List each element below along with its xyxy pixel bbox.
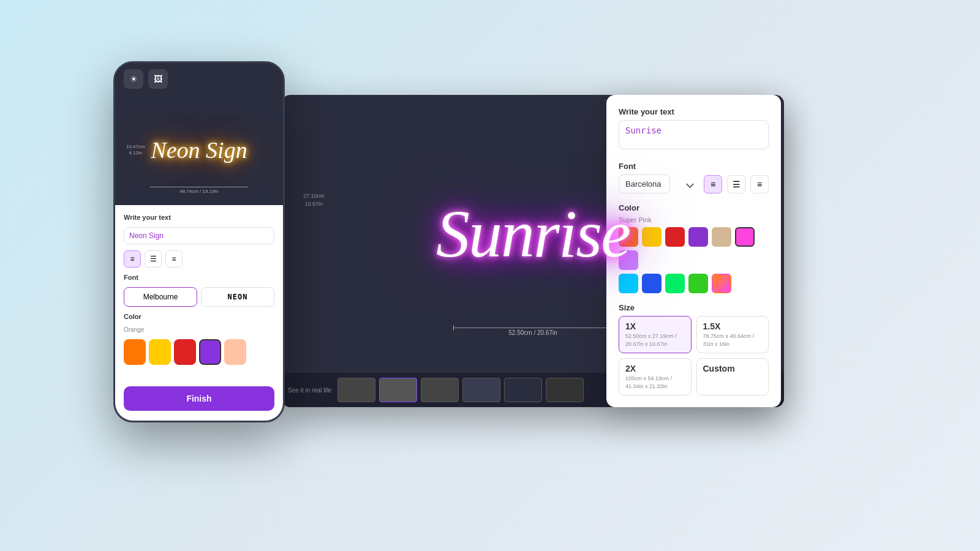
thumbnail-3[interactable] [421,378,459,402]
thumbnail-4[interactable] [462,378,500,402]
canvas-size-label: 27.10cm 10.67in [303,192,325,209]
align-right-btn[interactable]: ≡ [750,175,769,193]
panel-backboard-label: Backboard [619,405,769,407]
phone-font-row: Melbourne NEON [124,287,274,307]
phone-write-text-label: Write your text [124,214,274,221]
color-lime[interactable] [688,274,708,293]
panel-text-input[interactable] [619,120,769,149]
color-yellow[interactable] [642,227,662,247]
size-1x-dims: 52.50cm x 27.19cm / 20.67in x 10.67in [625,332,685,348]
size-2x-dims: 105cm x 54.19cm / 41.34in x 21.33in [625,375,685,390]
phone-font-label: Font [124,274,274,281]
phone-font-melbourne[interactable]: Melbourne [124,287,197,307]
phone-color-row [124,339,274,365]
color-gradient[interactable] [712,274,731,293]
panel-size-label: Size [619,303,769,312]
color-cyan[interactable] [619,274,638,293]
panel-font-label: Font [619,162,769,171]
phone-color-orange[interactable] [124,339,146,365]
size-grid: 1X 52.50cm x 27.19cm / 20.67in x 10.67in… [619,316,769,395]
sun-icon-btn[interactable]: ☀ [124,69,143,89]
color-green[interactable] [665,274,685,293]
font-row: Barcelona Melbourne NEON ≡ ☰ ≡ [619,174,769,193]
size-custom[interactable]: Custom [696,358,769,395]
right-panel: Write your text Font Barcelona Melbourne… [606,95,781,407]
thumbnail-1[interactable] [337,378,375,402]
phone-ruler-v: 10.47cm 4.12in [126,144,145,157]
align-center-btn[interactable]: ☰ [727,175,745,193]
color-red[interactable] [665,227,685,247]
phone-align-right-btn[interactable]: ≡ [165,250,183,268]
phone-text-input[interactable] [124,227,274,244]
phone-form: Write your text ≡ ☰ ≡ Font Melbourne NEO… [115,205,283,380]
phone-align-row: ≡ ☰ ≡ [124,250,274,268]
phone-ruler-h: 48.74cm / 19.19in [150,187,248,194]
phone-color-purple[interactable] [199,339,221,365]
size-1-5x-name: 1.5X [703,321,763,331]
color-tan[interactable] [712,227,731,247]
phone-neon-text: Neon Sign [151,137,247,163]
color-grid-row2 [619,274,769,293]
phone-frame: ☀ 🖼 10.47cm 4.12in Neon Sign 48.74cm / 1… [113,61,285,422]
size-1x[interactable]: 1X 52.50cm x 27.19cm / 20.67in x 10.67in [619,316,692,353]
size-custom-name: Custom [703,364,763,373]
thumbnail-2[interactable] [379,378,417,402]
thumbnail-6[interactable] [546,378,584,402]
phone-color-label: Color [124,313,274,320]
align-left-btn[interactable]: ≡ [704,175,722,193]
font-select-wrapper: Barcelona Melbourne NEON [619,174,699,193]
ruler-label-h: 52.50cm / 20.67in [508,329,557,336]
color-blue[interactable] [642,274,662,293]
size-1-5x-dims: 78.75cm x 40.64cm / 31in x 16in [703,332,763,348]
phone-top-bar: ☀ 🖼 [115,63,283,95]
panel-color-label: Color [619,203,769,212]
phone-color-red[interactable] [174,339,196,365]
size-2x[interactable]: 2X 105cm x 54.19cm / 41.34in x 21.33in [619,358,692,395]
thumbnail-5[interactable] [504,378,542,402]
phone-font-neon[interactable]: NEON [201,287,274,307]
font-select[interactable]: Barcelona Melbourne NEON [619,174,670,193]
phone-color-yellow[interactable] [149,339,171,365]
panel-color-subtitle: Super Pink [619,216,769,223]
size-1x-name: 1X [625,321,685,331]
color-purple[interactable] [688,227,708,247]
phone-finish-btn[interactable]: Finish [124,386,274,411]
ruler-line-h [453,328,612,328]
phone-color-peach[interactable] [224,339,246,365]
color-pink[interactable] [735,227,755,247]
view-real-life-label: See it in real life [288,387,331,394]
desktop-neon-text: Sunrise [436,195,630,273]
size-2x-name: 2X [625,364,685,373]
color-grid-row1 [619,227,769,270]
canvas-ruler-bottom: 52.50cm / 20.67in [453,328,612,336]
size-1-5x[interactable]: 1.5X 78.75cm x 40.64cm / 31in x 16in [696,316,769,353]
phone-canvas: 10.47cm 4.12in Neon Sign 48.74cm / 19.19… [115,95,283,205]
phone-color-subtitle: Orange [124,326,274,333]
phone-align-left-btn[interactable]: ≡ [124,250,141,268]
image-icon-btn[interactable]: 🖼 [148,69,168,89]
phone-align-center-btn[interactable]: ☰ [145,250,162,268]
panel-write-text-label: Write your text [619,107,769,116]
